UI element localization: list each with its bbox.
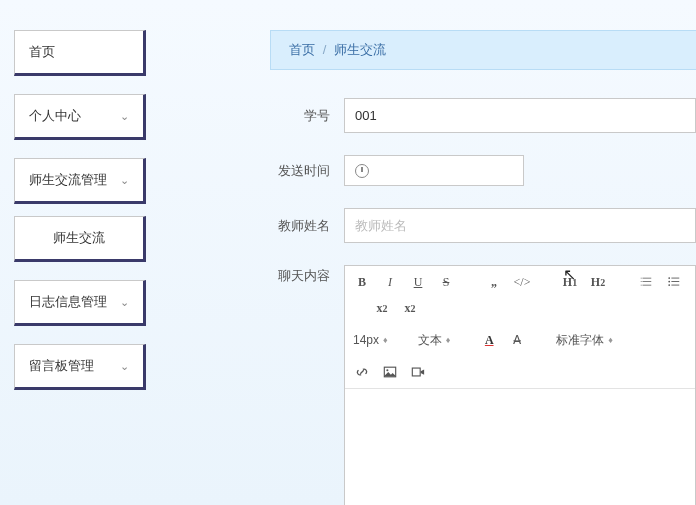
chevron-down-icon: ⌄: [120, 110, 129, 123]
breadcrumb-root[interactable]: 首页: [289, 42, 315, 57]
sidebar-item-label: 留言板管理: [29, 357, 94, 375]
caret-icon: ♦: [446, 335, 451, 345]
video-button[interactable]: [409, 362, 427, 382]
bold-button[interactable]: B: [353, 272, 371, 292]
strikethrough-button[interactable]: S: [437, 272, 455, 292]
sidebar-item-label: 日志信息管理: [29, 293, 107, 311]
sidebar-item-log-mgmt[interactable]: 日志信息管理 ⌄: [14, 280, 146, 326]
sidebar-item-label: 师生交流: [53, 230, 105, 245]
font-size-value: 14px: [353, 333, 379, 347]
send-time-field[interactable]: [377, 163, 513, 178]
sidebar-item-label: 师生交流管理: [29, 171, 107, 189]
rich-text-editor: B I U S „ </> H1 H2: [344, 265, 696, 505]
svg-point-4: [668, 284, 670, 286]
main-content: 首页 / 师生交流 学号 发送时间 教师姓名 聊天内容 B I: [160, 0, 696, 505]
font-family-select[interactable]: 标准字体 ♦: [556, 332, 613, 349]
superscript-button[interactable]: x2: [401, 298, 419, 318]
font-color-button[interactable]: A: [480, 330, 498, 350]
chevron-down-icon: ⌄: [120, 360, 129, 373]
teacher-name-input[interactable]: [344, 208, 696, 243]
h1-button[interactable]: H1: [561, 272, 579, 292]
svg-rect-1: [671, 278, 679, 279]
sidebar-item-label: 首页: [29, 43, 55, 61]
font-size-select[interactable]: 14px ♦: [353, 333, 388, 347]
clear-format-button[interactable]: A̶: [508, 330, 526, 350]
breadcrumb-separator: /: [323, 42, 327, 57]
breadcrumb-current: 师生交流: [334, 42, 386, 57]
caret-icon: ♦: [608, 335, 613, 345]
link-button[interactable]: [353, 362, 371, 382]
chevron-down-icon: ⌄: [120, 174, 129, 187]
sidebar-item-profile[interactable]: 个人中心 ⌄: [14, 94, 146, 140]
ordered-list-button[interactable]: [637, 272, 655, 292]
caret-icon: ♦: [383, 335, 388, 345]
sidebar-item-label: 个人中心: [29, 107, 81, 125]
student-id-input[interactable]: [344, 98, 696, 133]
svg-point-2: [668, 281, 670, 283]
svg-rect-8: [412, 368, 420, 376]
breadcrumb: 首页 / 师生交流: [270, 30, 696, 70]
content-type-select[interactable]: 文本 ♦: [418, 332, 451, 349]
sidebar-item-home[interactable]: 首页: [14, 30, 146, 76]
chevron-down-icon: ⌄: [120, 296, 129, 309]
content-type-value: 文本: [418, 332, 442, 349]
image-button[interactable]: [381, 362, 399, 382]
svg-point-0: [668, 277, 670, 279]
sidebar-subitem-teacher-student[interactable]: 师生交流: [14, 216, 146, 262]
label-student-id: 学号: [270, 107, 330, 125]
h2-button[interactable]: H2: [589, 272, 607, 292]
subscript-button[interactable]: x2: [373, 298, 391, 318]
label-chat-content: 聊天内容: [270, 265, 330, 285]
label-teacher-name: 教师姓名: [270, 217, 330, 235]
svg-rect-5: [671, 285, 679, 286]
editor-toolbar: B I U S „ </> H1 H2: [345, 266, 695, 389]
code-button[interactable]: </>: [513, 272, 531, 292]
quote-button[interactable]: „: [485, 272, 503, 292]
svg-rect-3: [671, 281, 679, 282]
label-send-time: 发送时间: [270, 162, 330, 180]
underline-button[interactable]: U: [409, 272, 427, 292]
editor-content-area[interactable]: [345, 389, 695, 505]
sidebar: 首页 个人中心 ⌄ 师生交流管理 ⌄ 师生交流 日志信息管理 ⌄ 留言板管理 ⌄: [0, 0, 160, 505]
font-family-value: 标准字体: [556, 332, 604, 349]
unordered-list-button[interactable]: [665, 272, 683, 292]
clock-icon: [355, 164, 369, 178]
send-time-input[interactable]: [344, 155, 524, 186]
sidebar-item-message-board-mgmt[interactable]: 留言板管理 ⌄: [14, 344, 146, 390]
sidebar-item-teacher-student-mgmt[interactable]: 师生交流管理 ⌄: [14, 158, 146, 204]
svg-point-7: [386, 369, 388, 371]
italic-button[interactable]: I: [381, 272, 399, 292]
